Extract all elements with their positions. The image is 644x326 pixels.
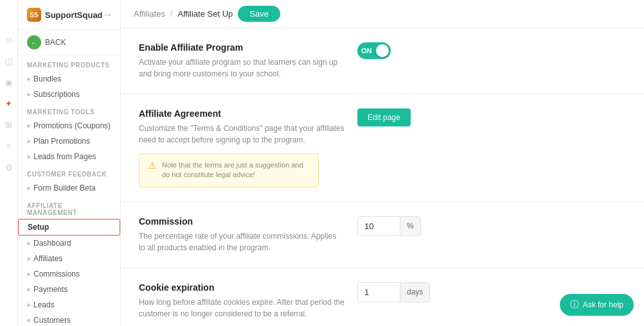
sidebar-item-dot [27,257,30,261]
edit-page-button[interactable]: Edit page [357,108,411,126]
sidebar-item-dot [27,78,30,81]
sidebar-item-label: Payments [33,285,67,294]
sidebar-item-label: Promotions (Coupons) [33,121,111,130]
sidebar-item-dot [27,155,30,159]
sidebar-item-label: Setup [28,223,49,232]
nav-icon-globe[interactable]: ◉ [5,78,12,87]
sidebar-section-label-0: MARKETING PRODUCTS [18,55,120,71]
sidebar-section-label-3: AFFILIATE MANAGEMENT [18,196,120,219]
sidebar-item-dot [27,242,30,245]
sidebar-sections: MARKETING PRODUCTSBundlesSubscriptionsMA… [18,55,120,326]
section-control-commission: % [357,216,421,236]
sidebar-item-setup[interactable]: Setup [18,219,120,236]
back-circle-icon: ← [27,35,41,49]
sidebar-item-leads[interactable]: Leads [18,297,120,313]
sidebar-item-label: Form Builder Beta [33,184,96,193]
unit-cookie: days [400,283,429,301]
sidebar-exit-icon[interactable]: → [103,9,113,21]
section-title-commission: Commission [139,216,344,227]
section-desc-enable: Activate your affiliate program so that … [139,56,344,80]
warning-box: ⚠Note that the terms are just a suggesti… [139,153,319,187]
section-info-enable: Enable Affiliate ProgramActivate your af… [139,42,344,80]
brand: SS SupportSquad [27,8,103,22]
input-commission[interactable] [358,217,400,236]
sidebar-item-dot [27,273,30,276]
brand-icon: SS [27,8,41,22]
unit-commission: % [400,217,420,235]
save-button[interactable]: Save [238,6,280,22]
section-control-cookie: days [357,282,430,302]
section-title-enable: Enable Affiliate Program [139,42,344,53]
sidebar-item-dot [27,140,30,143]
section-info-cookie: Cookie expirationHow long before affilia… [139,282,344,320]
sidebar-item-commissions[interactable]: Commissions [18,266,120,282]
nav-icon-tag[interactable]: ✦ [5,99,12,108]
sidebar: SS SupportSquad → ← BACK MARKETING PRODU… [18,0,121,326]
sidebar-item-label: Plan Promotions [33,137,90,146]
sidebar-item-form-builder-beta[interactable]: Form Builder Beta [18,180,120,196]
sidebar-item-label: Leads from Pages [33,152,96,161]
section-title-agreement: Affiliate Agreement [139,108,344,119]
ask-help-button[interactable]: ⓘ Ask for help [560,294,634,316]
sidebar-item-plan-promotions[interactable]: Plan Promotions [18,133,120,149]
sidebar-item-dot [27,319,30,322]
sidebar-item-label: Affiliates [33,254,62,263]
sidebar-item-dot [27,187,30,190]
nav-icon-pages[interactable]: ◫ [5,56,13,66]
section-info-agreement: Affiliate AgreementCustomize the "Terms … [139,108,344,187]
section-control-enable: ON [357,42,391,59]
section-agreement: Affiliate AgreementCustomize the "Terms … [121,94,644,202]
ask-help-icon: ⓘ [570,299,579,311]
section-info-commission: CommissionThe percentage rate of your af… [139,216,344,253]
sidebar-item-payments[interactable]: Payments [18,282,120,297]
breadcrumb-parent[interactable]: Affiliates [134,9,165,19]
section-title-cookie: Cookie expiration [139,282,344,293]
sidebar-item-leads-from-pages[interactable]: Leads from Pages [18,149,120,164]
brand-name: SupportSquad [45,10,103,20]
breadcrumb-separator: / [170,9,173,19]
sidebar-item-label: Leads [33,300,55,309]
nav-icon-chart[interactable]: ⌗ [6,141,11,151]
nav-icon-home[interactable]: ⊙ [5,35,12,45]
sidebar-item-dashboard[interactable]: Dashboard [18,236,120,251]
section-control-agreement: Edit page [357,108,411,126]
back-button[interactable]: ← BACK [18,30,120,55]
sidebar-item-dot [27,124,30,128]
toggle-label: ON [361,47,372,55]
warning-text: Note that the terms are just a suggestio… [162,160,309,180]
nav-icon-grid[interactable]: ⊞ [5,120,12,130]
breadcrumb-current: Affiliate Set Up [178,9,233,19]
sidebar-item-label: Dashboard [33,239,71,248]
toggle-knob [376,44,389,57]
sidebar-header: SS SupportSquad → [18,0,120,30]
section-desc-commission: The percentage rate of your affiliate co… [139,230,344,253]
sidebar-section-label-1: MARKETING TOOLS [18,102,120,118]
sidebar-item-subscriptions[interactable]: Subscriptions [18,87,120,102]
toggle-switch[interactable]: ON [357,42,391,59]
sidebar-item-affiliates[interactable]: Affiliates [18,251,120,266]
sidebar-item-label: Customers [33,316,71,325]
sidebar-item-label: Bundles [33,74,61,83]
ask-help-label: Ask for help [583,300,623,309]
main-wrapper: Affiliates / Affiliate Set Up Save Enabl… [121,0,644,326]
back-label: BACK [45,38,66,47]
top-bar: Affiliates / Affiliate Set Up Save [121,0,644,28]
content-area: Enable Affiliate ProgramActivate your af… [121,28,644,326]
sidebar-item-promotions-(coupons)[interactable]: Promotions (Coupons) [18,118,120,133]
input-unit-cookie: days [357,282,430,302]
icon-strip: ⊙ ◫ ◉ ✦ ⊞ ⌗ ⚙ [0,0,18,326]
section-desc-agreement: Customize the "Terms & Conditions" page … [139,123,344,146]
input-unit-commission: % [357,216,421,236]
sidebar-item-dot [27,93,30,96]
sidebar-item-dot [27,288,30,291]
section-enable: Enable Affiliate ProgramActivate your af… [121,28,644,94]
input-cookie[interactable] [358,283,400,302]
section-desc-cookie: How long before affiliate cookies expire… [139,296,344,320]
warning-icon: ⚠ [148,160,157,171]
sidebar-item-customers[interactable]: Customers [18,313,120,326]
sidebar-item-dot [27,304,30,307]
sidebar-item-label: Commissions [33,270,80,279]
nav-icon-settings[interactable]: ⚙ [5,163,13,173]
sidebar-item-bundles[interactable]: Bundles [18,71,120,87]
sidebar-item-label: Subscriptions [33,90,80,99]
